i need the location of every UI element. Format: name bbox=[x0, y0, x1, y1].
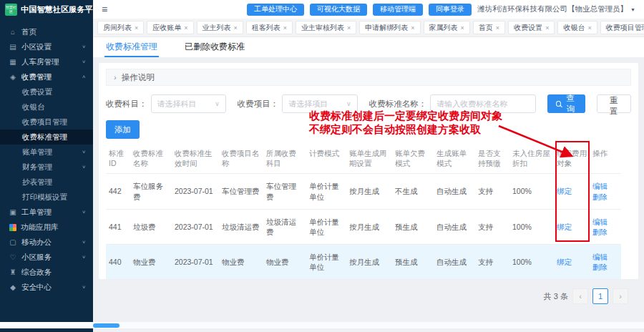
tab-unbind-request-list[interactable]: 申请解绑列表 × bbox=[359, 21, 420, 34]
chevron-right-icon: › bbox=[114, 73, 117, 82]
table-row[interactable]: 441 垃圾费 2023-07-01 垃圾清运费 垃圾清运费 单价计量单位 按月… bbox=[106, 209, 621, 244]
pagination-total: 共 3 条 bbox=[544, 291, 568, 302]
bind-link[interactable]: 绑定 bbox=[557, 187, 572, 195]
logo-icon: 智慧社区 bbox=[5, 4, 17, 16]
bind-link[interactable]: 绑定 bbox=[557, 258, 572, 266]
sidebar-item-print-template[interactable]: 打印模板设置 bbox=[0, 190, 93, 205]
tab-home[interactable]: 首页 × bbox=[473, 21, 505, 34]
close-icon[interactable]: × bbox=[461, 24, 464, 31]
app-logo: 智慧社区 中国智慧社区服务平台 bbox=[0, 0, 93, 20]
tab-fee-settings[interactable]: 收费设置 × bbox=[508, 21, 555, 34]
sidebar-item-fee-management[interactable]: ◈ 收费管理 ∧ bbox=[0, 69, 93, 84]
work-order-center-button[interactable]: 工单处理中心 bbox=[247, 4, 304, 16]
add-button[interactable]: 添加 bbox=[106, 120, 140, 139]
sidebar-item-security-center[interactable]: ◆ 安全中心 ∨ bbox=[0, 280, 93, 295]
sidebar-item-fee-standard-management[interactable]: 收费标准管理 bbox=[0, 130, 93, 145]
pagination-prev-button[interactable]: ‹ bbox=[572, 288, 588, 304]
tab-owner-review-list[interactable]: 业主审核列表 × bbox=[296, 21, 356, 34]
annotation-note: 收费标准创建后一定要绑定收费房间对象 不绑定则不会自动按照创建方案收取 bbox=[309, 109, 502, 136]
bind-link[interactable]: 绑定 bbox=[557, 223, 572, 231]
close-icon[interactable]: × bbox=[234, 24, 238, 31]
fee-subject-select[interactable]: 请选择科目 ∨ bbox=[151, 94, 226, 113]
sidebar-item-community-settings[interactable]: ▤ 小区设置 ∨ bbox=[0, 39, 93, 54]
edit-link[interactable]: 编辑 bbox=[592, 182, 608, 190]
tab-owner-list[interactable]: 业主列表 × bbox=[197, 21, 243, 34]
delete-link[interactable]: 删除 bbox=[592, 228, 608, 236]
tab-room-list[interactable]: 房间列表 × bbox=[97, 21, 144, 34]
page-tab-bar: 房间列表 × 应收账单 × 业主列表 × 租客列表 × 业主审核列表 × 申请解… bbox=[93, 19, 644, 37]
pagination-page-1-button[interactable]: 1 bbox=[592, 288, 608, 304]
sidebar-item-people-vehicle-house[interactable]: ▦ 人车房管理 ∨ bbox=[0, 54, 93, 69]
cell-arrears-mode: 不生成 bbox=[392, 174, 434, 209]
sidebar-item-home[interactable]: ⌂ 首页 bbox=[0, 24, 93, 39]
tab-cashier[interactable]: 收银台 × bbox=[557, 21, 597, 34]
reset-button[interactable]: 重置 bbox=[597, 94, 631, 113]
community-settings-icon: ▤ bbox=[9, 43, 17, 51]
sidebar-item-finance-management[interactable]: 财务管理 ∨ bbox=[0, 160, 93, 175]
sidebar-item-app-library[interactable]: 功能应用库 bbox=[0, 220, 93, 235]
sidebar-item-mobile-office[interactable]: ▢ 移动办公 ∨ bbox=[0, 235, 93, 250]
table-row[interactable]: 440 物业费 2023-07-01 物业费 物业费 单价计量单位 按月生成 预… bbox=[106, 245, 621, 280]
tab-label: 家属列表 bbox=[429, 23, 458, 33]
close-icon[interactable]: × bbox=[135, 24, 138, 31]
cell-standard-name: 车位服务费 bbox=[130, 174, 172, 209]
edit-link[interactable]: 编辑 bbox=[592, 253, 608, 261]
close-icon[interactable]: × bbox=[587, 24, 591, 31]
visual-big-data-button[interactable]: 可视化大数据 bbox=[310, 4, 367, 16]
close-icon[interactable]: × bbox=[347, 24, 351, 31]
close-icon[interactable]: × bbox=[411, 24, 414, 31]
sidebar-item-bill-management[interactable]: 账单管理 ∨ bbox=[0, 145, 93, 160]
delete-link[interactable]: 删除 bbox=[592, 192, 608, 201]
sidebar-item-community-service[interactable]: ♡ 小区服务 ∨ bbox=[0, 250, 93, 265]
cell-billing-mode: 单价计量单位 bbox=[306, 174, 346, 209]
cell-arrears-mode: 预生成 bbox=[392, 245, 434, 280]
search-icon bbox=[556, 101, 560, 107]
tab-label: 房间列表 bbox=[103, 23, 132, 33]
annotation-line-2: 不绑定则不会自动按照创建方案收取 bbox=[309, 122, 502, 136]
sidebar-item-fee-project-management[interactable]: 收费项目管理 bbox=[0, 114, 93, 130]
tab-family-list[interactable]: 家属列表 × bbox=[424, 21, 470, 34]
tab-fee-project-management[interactable]: 收费项目管理 × bbox=[600, 21, 644, 34]
sidebar-item-work-order[interactable]: ▣ 工单管理 ∨ bbox=[0, 205, 93, 220]
sidebar-item-label: 账单管理 bbox=[22, 147, 52, 157]
close-icon[interactable]: × bbox=[283, 24, 287, 31]
tab-label: 首页 bbox=[479, 23, 493, 33]
tab-receivable-bills[interactable]: 应收账单 × bbox=[147, 21, 193, 34]
government-affairs-icon: ♜ bbox=[9, 268, 17, 276]
subtab-fee-standard-management[interactable]: 收费标准管理 bbox=[104, 37, 159, 57]
tab-tenant-list[interactable]: 租客列表 × bbox=[246, 21, 293, 34]
sidebar-item-fee-settings[interactable]: 收费设置 bbox=[0, 84, 93, 99]
search-button[interactable]: 查询 bbox=[547, 94, 585, 113]
close-icon[interactable]: × bbox=[184, 24, 187, 31]
horizontal-scrollbar-thumb[interactable] bbox=[93, 323, 119, 328]
colleague-login-button[interactable]: 同事登录 bbox=[429, 4, 472, 16]
tab-label: 收费设置 bbox=[514, 23, 542, 33]
sidebar-item-cashier[interactable]: 收银台 bbox=[0, 99, 93, 114]
user-menu[interactable]: 潍坊利洁环保科技有限公司【物业总管理员】 ▼ bbox=[477, 4, 635, 14]
fee-management-icon: ◈ bbox=[9, 73, 17, 81]
app-library-icon bbox=[9, 224, 16, 231]
tab-label: 业主列表 bbox=[203, 23, 231, 33]
sidebar-item-meter-reading[interactable]: 抄表管理 bbox=[0, 175, 93, 190]
pagination-next-button[interactable]: › bbox=[613, 288, 628, 304]
column-header: 收费标准生效时间 bbox=[172, 145, 219, 174]
sidebar-collapse-icon[interactable]: ≡ bbox=[102, 4, 107, 15]
mobile-admin-button[interactable]: 移动管理端 bbox=[373, 4, 423, 16]
chevron-icon: ∨ bbox=[82, 210, 86, 215]
sidebar-item-government-affairs[interactable]: ♜ 综合政务 bbox=[0, 265, 93, 280]
edit-link[interactable]: 编辑 bbox=[592, 218, 608, 226]
delete-link[interactable]: 删除 bbox=[592, 263, 608, 271]
close-icon[interactable]: × bbox=[496, 24, 499, 31]
operation-instructions-toggle[interactable]: › 操作说明 bbox=[106, 69, 631, 86]
close-icon[interactable]: × bbox=[545, 24, 549, 31]
annotation-line-1: 收费标准创建后一定要绑定收费房间对象 bbox=[309, 109, 502, 122]
tab-label: 应收账单 bbox=[152, 23, 181, 33]
fee-project-label: 收费项目： bbox=[238, 99, 279, 109]
cell-standard-name: 物业费 bbox=[130, 245, 172, 280]
sidebar-item-label: 人车房管理 bbox=[21, 57, 59, 67]
content-area: › 操作说明 收费科目： 请选择科目 ∨ 收费项目： 请选择项目 ∨ 收费标准名… bbox=[93, 57, 644, 332]
subtab-deleted-fee-standards[interactable]: 已删除收费标准 bbox=[183, 37, 246, 57]
fee-standard-card: › 操作说明 收费科目： 请选择科目 ∨ 收费项目： 请选择项目 ∨ 收费标准名… bbox=[99, 63, 638, 279]
sidebar-item-label: 安全中心 bbox=[21, 283, 52, 293]
table-row[interactable]: 442 车位服务费 2023-07-01 车位管理费 车位管理费 单价计量单位 … bbox=[106, 174, 621, 209]
